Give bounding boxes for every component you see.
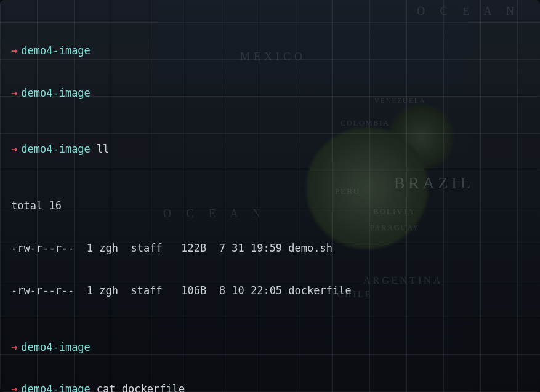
command-text: cat dockerfile bbox=[97, 383, 185, 392]
prompt-line[interactable]: →demo4-imagell bbox=[11, 142, 540, 156]
arrow-icon: → bbox=[11, 143, 17, 155]
prompt-cwd: demo4-image bbox=[21, 44, 91, 57]
prompt-cwd: demo4-image bbox=[21, 87, 91, 99]
prompt-cwd: demo4-image bbox=[21, 341, 91, 353]
prompt-cwd: demo4-image bbox=[21, 383, 91, 392]
arrow-icon: → bbox=[11, 383, 17, 392]
prompt-line[interactable]: →demo4-image bbox=[11, 86, 540, 100]
prompt-line[interactable]: →demo4-image bbox=[11, 44, 540, 58]
prompt-line[interactable]: →demo4-image bbox=[11, 340, 540, 354]
arrow-icon: → bbox=[11, 341, 17, 353]
ls-output-row: -rw-r--r-- 1 zgh staff 122B 7 31 19:59 d… bbox=[11, 241, 540, 255]
prompt-cwd: demo4-image bbox=[21, 143, 91, 155]
prompt-line[interactable]: →demo4-imagecat dockerfile bbox=[11, 382, 540, 392]
arrow-icon: → bbox=[11, 87, 17, 99]
ls-output-total: total 16 bbox=[11, 199, 540, 213]
ls-output-row: -rw-r--r-- 1 zgh staff 106B 8 10 22:05 d… bbox=[11, 284, 540, 298]
terminal-window[interactable]: →demo4-image →demo4-image →demo4-imagell… bbox=[0, 0, 540, 392]
command-text: ll bbox=[97, 143, 109, 155]
arrow-icon: → bbox=[11, 44, 17, 57]
